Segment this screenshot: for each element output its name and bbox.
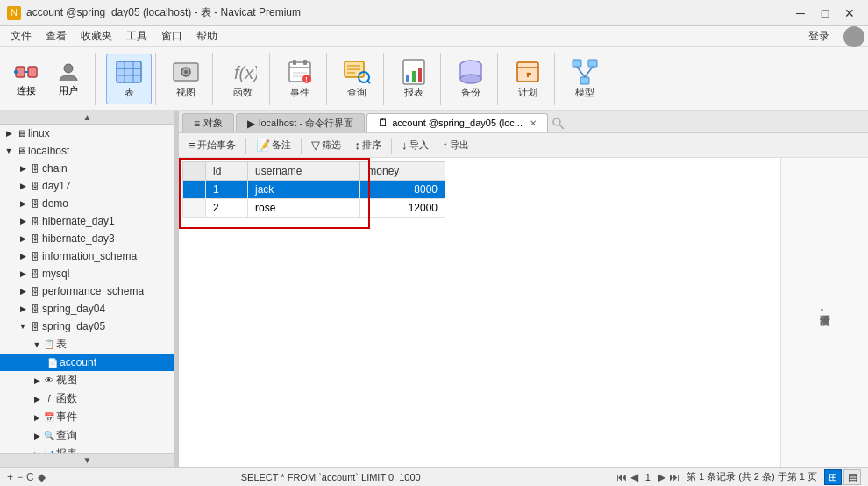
table-data[interactable]: id username money ▶ 1 jack 8000 [179, 158, 780, 467]
tab-objects[interactable]: ≡ 对象 [182, 113, 234, 132]
sidebar-scroll-down[interactable]: ▼ [0, 453, 174, 467]
svg-rect-31 [418, 68, 422, 82]
expand-events[interactable]: ▶ [32, 413, 42, 422]
remove-record-btn[interactable]: − [17, 471, 23, 483]
cell-id-2[interactable]: 2 [206, 199, 248, 218]
sidebar-item-spring-day05[interactable]: ▼ 🗄 spring_day05 [0, 318, 174, 335]
expand-demo[interactable]: ▶ [18, 199, 28, 208]
user-button[interactable]: 用户 [49, 57, 88, 100]
add-record-btn[interactable]: + [7, 471, 13, 483]
menu-file[interactable]: 文件 [4, 27, 39, 46]
event-button[interactable]: ! 事件 [277, 54, 323, 104]
sidebar-item-performance-schema[interactable]: ▶ 🗄 performance_schema [0, 282, 174, 300]
sidebar-item-localhost[interactable]: ▼ 🖥 localhost [0, 142, 174, 160]
expand-views[interactable]: ▶ [32, 376, 42, 385]
nav-first-btn[interactable]: ⏮ [616, 471, 627, 483]
func-icon: f(x) [229, 58, 257, 86]
menu-tools[interactable]: 工具 [119, 27, 154, 46]
expand-queries[interactable]: ▶ [32, 432, 42, 440]
table-tool-group: 表 [103, 53, 156, 105]
menu-view[interactable]: 查看 [39, 27, 74, 46]
more-btn[interactable]: ◆ [38, 471, 46, 483]
tab-search-add[interactable] [550, 115, 567, 132]
schedule-button[interactable]: 计划 [505, 54, 551, 104]
expand-day17[interactable]: ▶ [18, 182, 28, 190]
sidebar-item-events-category[interactable]: ▶ 📅 事件 [0, 408, 174, 426]
nav-prev-btn[interactable]: ◀ [630, 471, 638, 483]
expand-linux[interactable]: ▶ [4, 129, 14, 138]
sidebar-item-information-schema[interactable]: ▶ 🗄 information_schema [0, 247, 174, 265]
svg-line-45 [577, 67, 585, 77]
sidebar-item-tables-category[interactable]: ▼ 📋 表 [0, 335, 174, 354]
report-button[interactable]: 报表 [391, 54, 437, 104]
nav-last-btn[interactable]: ⏭ [669, 471, 679, 483]
cell-money-2[interactable]: 12000 [360, 199, 445, 218]
maximize-button[interactable]: □ [814, 4, 836, 22]
tab-account[interactable]: 🗒 account @spring_day05 (loc... ✕ [366, 113, 548, 132]
query-button[interactable]: 查询 [334, 54, 380, 104]
sidebar-item-linux[interactable]: ▶ 🖥 linux [0, 125, 174, 142]
sidebar-item-queries-category[interactable]: ▶ 🔍 查询 [0, 426, 174, 445]
expand-hib1[interactable]: ▶ [18, 217, 28, 225]
sidebar-scroll-up[interactable]: ▲ [0, 111, 174, 125]
sort-btn[interactable]: ↕ 排序 [349, 136, 388, 154]
tab-account-close[interactable]: ✕ [530, 118, 537, 128]
expand-perf[interactable]: ▶ [18, 287, 28, 296]
sidebar-item-day17[interactable]: ▶ 🗄 day17 [0, 177, 174, 195]
grid-view-btn[interactable]: ⊞ [824, 469, 842, 485]
func-button[interactable]: f(x) 函数 [220, 54, 266, 104]
sidebar-item-account[interactable]: 📄 account [0, 354, 174, 371]
expand-localhost[interactable]: ▼ [4, 147, 14, 155]
login-button[interactable]: 登录 [801, 27, 836, 46]
sidebar-item-chain[interactable]: ▶ 🗄 chain [0, 160, 174, 177]
menu-window[interactable]: 窗口 [154, 27, 189, 46]
expand-mysql[interactable]: ▶ [18, 269, 28, 278]
sidebar-item-demo[interactable]: ▶ 🗄 demo [0, 195, 174, 212]
expand-hib3[interactable]: ▶ [18, 234, 28, 243]
cell-money-1[interactable]: 8000 [360, 181, 445, 199]
cell-username-1[interactable]: jack [248, 181, 360, 199]
sidebar-item-reports-category[interactable]: ▶ 📊 报表 [0, 445, 174, 453]
expand-info[interactable]: ▶ [18, 252, 28, 261]
table-row[interactable]: ▶ 1 jack 8000 [183, 181, 445, 199]
expand-tables[interactable]: ▼ [32, 340, 42, 349]
report-tool-group: 报表 [388, 53, 441, 105]
cell-id-1[interactable]: 1 [206, 181, 248, 199]
comment-btn[interactable]: 📝 备注 [250, 136, 297, 154]
filter-btn[interactable]: ▽ 筛选 [305, 136, 347, 154]
close-button[interactable]: ✕ [838, 4, 861, 22]
sidebar-item-funcs-category[interactable]: ▶ f 函数 [0, 390, 174, 408]
cell-username-2[interactable]: rose [248, 199, 360, 218]
export-btn[interactable]: ↑ 导出 [437, 136, 476, 154]
import-btn[interactable]: ↓ 导入 [395, 136, 435, 154]
refresh-btn[interactable]: C [26, 471, 34, 483]
svg-point-12 [184, 70, 188, 74]
nav-next-btn[interactable]: ▶ [658, 471, 665, 483]
expand-sp04[interactable]: ▶ [18, 304, 28, 313]
menu-favorites[interactable]: 收藏夹 [74, 27, 119, 46]
expand-chain[interactable]: ▶ [18, 164, 28, 173]
minimize-button[interactable]: ─ [789, 4, 812, 22]
backup-button[interactable]: 备份 [448, 54, 494, 104]
sp05-icon: 🗄 [28, 319, 42, 333]
table-button[interactable]: 表 [106, 54, 152, 104]
sidebar-item-spring-day04[interactable]: ▶ 🗄 spring_day04 [0, 300, 174, 318]
comment-label: 备注 [272, 139, 291, 152]
model-button[interactable]: 模型 [562, 54, 608, 104]
query-label: 查询 [347, 86, 366, 99]
tab-command-line[interactable]: ▶ localhost - 命令行界面 [236, 113, 365, 132]
form-view-btn[interactable]: ▤ [843, 469, 861, 485]
view-button[interactable]: 视图 [163, 54, 209, 104]
menu-help[interactable]: 帮助 [189, 27, 224, 46]
connect-button[interactable]: 连接 [7, 57, 46, 100]
table-row[interactable]: 2 rose 12000 [183, 199, 445, 218]
sidebar-item-hibernate-day1[interactable]: ▶ 🗄 hibernate_day1 [0, 212, 174, 230]
views-cat-icon: 👁 [42, 374, 56, 388]
tab-cli-icon: ▶ [247, 118, 255, 130]
sidebar-item-views-category[interactable]: ▶ 👁 视图 [0, 371, 174, 390]
start-transaction-btn[interactable]: ≡ 开始事务 [182, 136, 242, 154]
sidebar-item-mysql[interactable]: ▶ 🗄 mysql [0, 265, 174, 282]
sidebar-item-hibernate-day3[interactable]: ▶ 🗄 hibernate_day3 [0, 230, 174, 247]
expand-funcs[interactable]: ▶ [32, 395, 42, 404]
expand-sp05[interactable]: ▼ [18, 322, 28, 331]
